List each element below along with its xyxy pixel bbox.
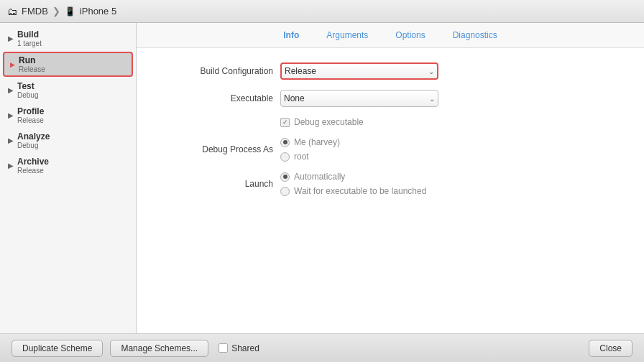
profile-content: Profile Release (17, 106, 44, 124)
breadcrumb-separator: ❯ (52, 6, 60, 17)
debug-process-root-label: root (294, 152, 309, 162)
test-arrow-icon: ▶ (7, 87, 14, 94)
executable-label: Executable (158, 93, 273, 103)
analyze-content: Analyze Debug (17, 131, 50, 149)
executable-row: Executable None ⌄ (158, 90, 622, 107)
shared-checkbox-row: Shared (218, 343, 259, 353)
test-content: Test Debug (17, 81, 38, 99)
sidebar-item-test[interactable]: ▶ Test Debug (0, 78, 136, 103)
sidebar-item-run[interactable]: ▶ Run Release (3, 52, 133, 77)
tab-info[interactable]: Info (280, 29, 302, 42)
run-content: Run Release (19, 55, 45, 73)
debug-process-me-radio[interactable] (280, 138, 290, 147)
launch-row: Launch Automatically Wait for executable… (158, 172, 622, 196)
app-icon: 🗂 (7, 6, 17, 17)
title-bar: 🗂 FMDB ❯ 📱 iPhone 5 (0, 0, 644, 23)
build-config-row: Build Configuration Release ⌄ (158, 62, 622, 80)
archive-subtitle: Release (17, 167, 49, 175)
debug-process-options: Me (harvey) root (280, 137, 340, 162)
launch-wait-radio[interactable] (280, 187, 290, 196)
debug-process-root-row: root (280, 152, 340, 162)
analyze-arrow-icon: ▶ (7, 137, 14, 144)
app-name: FMDB (22, 6, 48, 17)
tab-arguments[interactable]: Arguments (323, 29, 371, 42)
test-subtitle: Debug (17, 91, 38, 99)
build-arrow-icon: ▶ (7, 35, 14, 42)
analyze-subtitle: Debug (17, 141, 50, 149)
debug-process-label: Debug Process As (158, 144, 273, 154)
build-subtitle: 1 target (17, 40, 42, 47)
debug-executable-checkbox[interactable]: ✓ (280, 118, 290, 127)
launch-options: Automatically Wait for executable to be … (280, 172, 426, 196)
analyze-label: Analyze (17, 131, 50, 141)
bottom-bar: Duplicate Scheme Manage Schemes... Share… (0, 333, 644, 362)
tab-bar: Info Arguments Options Diagnostics (137, 23, 644, 48)
device-icon: 📱 (65, 6, 75, 17)
launch-wait-row: Wait for executable to be launched (280, 186, 426, 196)
executable-value: None (284, 93, 305, 103)
profile-subtitle: Release (17, 116, 44, 124)
sidebar-item-archive[interactable]: ▶ Archive Release (0, 153, 136, 178)
launch-auto-radio[interactable] (280, 172, 290, 182)
duplicate-scheme-button[interactable]: Duplicate Scheme (12, 340, 103, 357)
device-name: iPhone 5 (80, 6, 116, 17)
content-panel: Info Arguments Options Diagnostics Build… (137, 23, 644, 333)
form-area: Build Configuration Release ⌄ Executable… (137, 48, 644, 333)
executable-select[interactable]: None ⌄ (280, 90, 438, 107)
profile-label: Profile (17, 106, 44, 116)
launch-wait-label: Wait for executable to be launched (294, 186, 426, 196)
close-button[interactable]: Close (589, 340, 632, 357)
archive-arrow-icon: ▶ (7, 162, 14, 170)
shared-checkbox[interactable] (218, 343, 228, 353)
debug-process-row: Debug Process As Me (harvey) root (158, 137, 622, 162)
debug-process-root-radio[interactable] (280, 152, 290, 162)
run-arrow-icon: ▶ (9, 61, 16, 68)
build-label: Build (17, 29, 42, 40)
sidebar: ▶ Build 1 target ▶ Run Release ▶ Test De… (0, 23, 137, 333)
sidebar-item-analyze[interactable]: ▶ Analyze Debug (0, 128, 136, 153)
manage-schemes-button[interactable]: Manage Schemes... (110, 340, 208, 357)
launch-auto-label: Automatically (294, 172, 345, 182)
debug-executable-row: ✓ Debug executable (158, 117, 622, 127)
build-config-chevron: ⌄ (428, 68, 434, 75)
shared-label: Shared (231, 343, 259, 353)
executable-chevron: ⌄ (429, 95, 435, 103)
archive-label: Archive (17, 157, 49, 167)
profile-arrow-icon: ▶ (7, 112, 14, 119)
main-content: ▶ Build 1 target ▶ Run Release ▶ Test De… (0, 23, 644, 333)
tab-options[interactable]: Options (392, 29, 428, 42)
sidebar-item-build[interactable]: ▶ Build 1 target (0, 26, 136, 51)
sidebar-item-profile[interactable]: ▶ Profile Release (0, 103, 136, 128)
test-label: Test (17, 81, 38, 91)
run-subtitle: Release (19, 65, 45, 73)
launch-auto-row: Automatically (280, 172, 426, 182)
debug-process-me-row: Me (harvey) (280, 137, 340, 147)
build-config-value: Release (285, 66, 316, 76)
build-config-label: Build Configuration (158, 66, 273, 76)
tab-diagnostics[interactable]: Diagnostics (450, 29, 500, 42)
build-config-select[interactable]: Release ⌄ (280, 62, 438, 80)
build-content: Build 1 target (17, 29, 42, 47)
debug-process-me-label: Me (harvey) (294, 137, 340, 147)
run-label: Run (19, 55, 45, 65)
launch-label: Launch (158, 179, 273, 189)
debug-executable-label: Debug executable (294, 117, 364, 127)
archive-content: Archive Release (17, 157, 49, 175)
